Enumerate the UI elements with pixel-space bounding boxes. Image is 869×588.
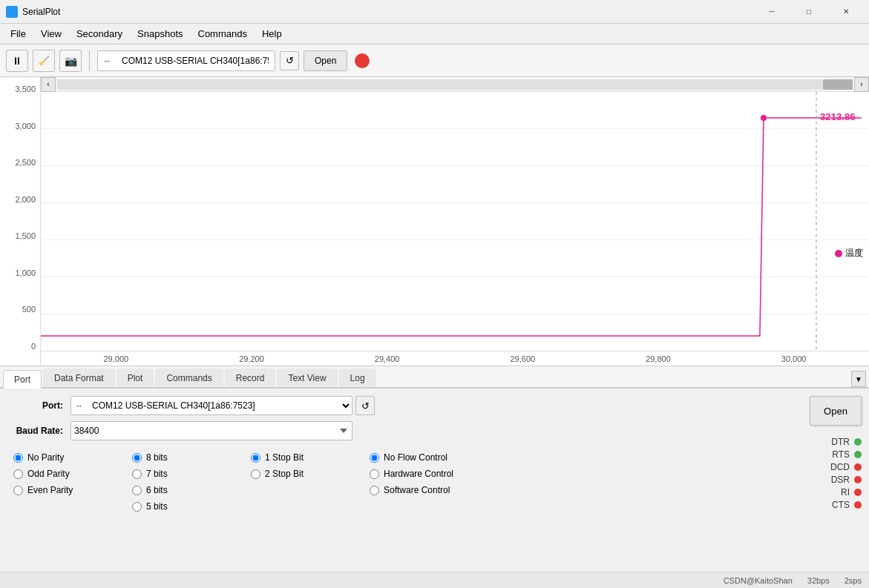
snapshot-icon: 📷 bbox=[65, 55, 77, 67]
port-select[interactable]: COM12 USB-SERIAL CH340[1a86:7523] bbox=[70, 396, 352, 415]
tab-data-format[interactable]: Data Format bbox=[43, 369, 115, 387]
menu-commands[interactable]: Commands bbox=[191, 25, 255, 42]
data-bits-6-text: 6 bits bbox=[146, 485, 168, 495]
data-bits-8-text: 8 bits bbox=[146, 452, 168, 463]
data-bits-6-label[interactable]: 6 bits bbox=[132, 485, 251, 495]
toolbar-separator bbox=[89, 50, 90, 71]
data-bits-5-label[interactable]: 5 bits bbox=[132, 501, 251, 512]
parity-odd-label[interactable]: Odd Parity bbox=[13, 469, 132, 479]
open-port-button[interactable]: Open bbox=[810, 396, 862, 426]
stop-bits-1-label[interactable]: 1 Stop Bit bbox=[251, 452, 370, 463]
svg-text:3213.86: 3213.86 bbox=[820, 111, 856, 122]
port-refresh-button[interactable]: ↺ bbox=[355, 396, 375, 415]
scroll-left-button[interactable]: ‹ bbox=[41, 77, 56, 92]
menu-view[interactable]: View bbox=[33, 25, 69, 42]
dsr-indicator bbox=[854, 476, 862, 483]
dsr-label: DSR bbox=[831, 475, 850, 485]
port-section: Port: ↔ COM12 USB-SERIAL CH340[1a86:7523… bbox=[7, 396, 862, 512]
parity-no-label[interactable]: No Parity bbox=[13, 452, 132, 463]
baud-label: Baud Rate: bbox=[7, 426, 63, 436]
port-label: Port: bbox=[7, 400, 63, 411]
x-axis: 29,000 29,200 29,400 29,600 29,800 30,00… bbox=[41, 351, 869, 366]
menu-help[interactable]: Help bbox=[255, 25, 289, 42]
ri-indicator bbox=[854, 489, 862, 496]
parity-even-label[interactable]: Even Parity bbox=[13, 485, 132, 495]
y-label-2500: 2,500 bbox=[3, 158, 36, 167]
data-bits-8-radio[interactable] bbox=[132, 453, 142, 463]
flow-none-label[interactable]: No Flow Control bbox=[370, 452, 488, 463]
chart-scrollbar: ‹ › bbox=[41, 77, 869, 92]
flow-sw-text: Software Control bbox=[384, 485, 450, 495]
tab-record[interactable]: Record bbox=[225, 369, 276, 387]
y-label-3000: 3,000 bbox=[3, 122, 36, 131]
tab-text-view[interactable]: Text View bbox=[277, 369, 337, 387]
data-bits-7-text: 7 bits bbox=[146, 469, 168, 479]
y-axis: 3,500 3,000 2,500 2,000 1,500 1,000 500 … bbox=[0, 77, 41, 366]
refresh-icon: ↺ bbox=[286, 55, 294, 66]
menu-file[interactable]: File bbox=[3, 25, 33, 42]
parity-no-text: No Parity bbox=[27, 452, 64, 463]
tab-port[interactable]: Port bbox=[3, 370, 42, 389]
flow-sw-radio[interactable] bbox=[370, 486, 379, 495]
chart-inner: ‹ › bbox=[41, 77, 869, 366]
dtr-row: DTR bbox=[830, 437, 862, 447]
pause-icon: ⏸ bbox=[12, 55, 22, 67]
window-controls: ─ □ ✕ bbox=[755, 0, 863, 24]
legend-label: 温度 bbox=[845, 247, 863, 260]
close-button[interactable]: ✕ bbox=[829, 0, 863, 24]
pause-button[interactable]: ⏸ bbox=[6, 50, 28, 72]
flow-hw-radio[interactable] bbox=[370, 469, 379, 479]
dtr-indicator bbox=[854, 438, 862, 446]
stop-bits-1-text: 1 Stop Bit bbox=[265, 452, 304, 463]
tab-log[interactable]: Log bbox=[339, 369, 376, 387]
chart-legend: 温度 bbox=[835, 247, 863, 260]
radio-groups: No Parity Odd Parity Even Parity bbox=[13, 452, 862, 512]
menu-secondary[interactable]: Secondary bbox=[69, 25, 130, 42]
stop-bits-1-radio[interactable] bbox=[251, 453, 260, 463]
y-label-0: 0 bbox=[3, 342, 36, 351]
data-bits-5-radio[interactable] bbox=[132, 502, 142, 512]
flow-none-radio[interactable] bbox=[370, 453, 379, 463]
cts-indicator bbox=[854, 501, 862, 509]
flow-hw-label[interactable]: Hardware Control bbox=[370, 469, 488, 479]
data-bits-7-radio[interactable] bbox=[132, 469, 142, 479]
data-bits-7-label[interactable]: 7 bits bbox=[132, 469, 251, 479]
menu-snapshots[interactable]: Snapshots bbox=[130, 25, 190, 42]
data-bits-8-label[interactable]: 8 bits bbox=[132, 452, 251, 463]
toolbar-refresh-button[interactable]: ↺ bbox=[280, 51, 299, 70]
dcd-row: DCD bbox=[830, 462, 862, 472]
x-label-29000: 29,000 bbox=[104, 354, 129, 363]
app-title: SerialPlot bbox=[22, 7, 755, 17]
parity-odd-radio[interactable] bbox=[13, 469, 23, 479]
record-button[interactable] bbox=[355, 53, 370, 68]
menu-bar: File View Secondary Snapshots Commands H… bbox=[0, 24, 869, 44]
parity-even-radio[interactable] bbox=[13, 486, 23, 495]
dcd-indicator bbox=[854, 463, 862, 471]
rts-label: RTS bbox=[832, 449, 850, 460]
watermark: CSDN@KaitoShan bbox=[724, 576, 793, 585]
x-label-29800: 29,800 bbox=[646, 354, 671, 363]
maximize-button[interactable]: □ bbox=[792, 0, 826, 24]
status-bar: CSDN@KaitoShan 32bps 2sps bbox=[0, 572, 869, 588]
baud-form-row: Baud Rate: 38400 1200 2400 4800 9600 192… bbox=[7, 421, 862, 440]
tab-commands[interactable]: Commands bbox=[155, 369, 223, 387]
toolbar: ⏸ 🧹 📷 ↔ COM12 USB-SERIAL CH340[1a86:7523… bbox=[0, 44, 869, 77]
snapshot-button[interactable]: 📷 bbox=[59, 50, 82, 72]
flow-sw-label[interactable]: Software Control bbox=[370, 485, 488, 495]
flow-hw-text: Hardware Control bbox=[384, 469, 453, 479]
data-bits-6-radio[interactable] bbox=[132, 486, 142, 495]
scroll-track[interactable] bbox=[57, 79, 853, 90]
cts-label: CTS bbox=[832, 500, 850, 510]
stop-bits-2-radio[interactable] bbox=[251, 469, 260, 479]
scroll-right-button[interactable]: › bbox=[854, 77, 869, 92]
minimize-button[interactable]: ─ bbox=[755, 0, 789, 24]
parity-no-radio[interactable] bbox=[13, 453, 23, 463]
toolbar-port-dropdown[interactable]: COM12 USB-SERIAL CH340[1a86:7523] bbox=[97, 50, 275, 71]
tab-plot[interactable]: Plot bbox=[117, 369, 154, 387]
dsr-row: DSR bbox=[830, 475, 862, 485]
clear-button[interactable]: 🧹 bbox=[33, 50, 55, 72]
toolbar-open-button[interactable]: Open bbox=[304, 50, 347, 71]
tab-overflow-button[interactable]: ▼ bbox=[851, 371, 866, 387]
baud-rate-select[interactable]: 38400 1200 2400 4800 9600 19200 38400 57… bbox=[70, 421, 352, 440]
stop-bits-2-label[interactable]: 2 Stop Bit bbox=[251, 469, 370, 479]
